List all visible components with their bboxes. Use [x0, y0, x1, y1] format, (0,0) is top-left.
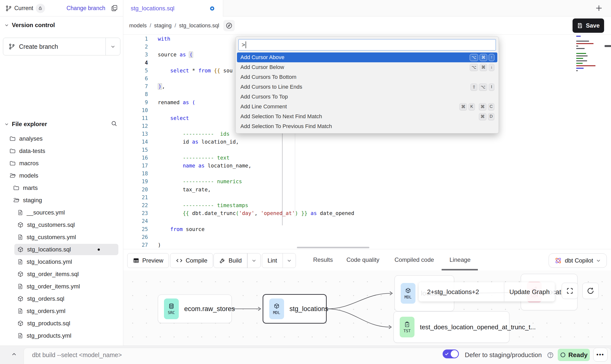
save-button[interactable]: Save	[573, 18, 604, 33]
code-line-19: 19 ---------- numerics	[123, 178, 354, 185]
tree-item-macros[interactable]: macros	[0, 157, 123, 169]
tree-item-stg-locations-yml[interactable]: stg_locations.yml	[0, 256, 123, 268]
build-button[interactable]: Build	[214, 253, 261, 268]
change-branch-link[interactable]: Change branch	[67, 0, 105, 17]
chevron-up-icon[interactable]	[11, 351, 17, 358]
search-icon[interactable]	[111, 120, 118, 127]
chevron-down-icon	[4, 122, 9, 126]
lineage-node-source[interactable]: SRC ecom.raw_stores	[158, 295, 232, 323]
code-line-21: 21	[123, 194, 354, 201]
palette-item-add-cursors-to-bottom[interactable]: Add Cursors To Bottom	[237, 72, 497, 82]
tree-item-stg-customers-sql[interactable]: stg_customers.sql	[0, 219, 123, 231]
code-line-20: 20 tax_rate,	[123, 186, 354, 194]
palette-item-add-line-comment[interactable]: Add Line Comment⌘K⌘C	[237, 102, 497, 112]
tree-item-label: stg_products.yml	[27, 332, 71, 339]
lineage-node-test[interactable]: TST test_does_location_opened_at_trunc_t…	[394, 311, 509, 343]
editor-action-bar: Preview Compile Build Lin	[123, 249, 611, 270]
palette-item-add-cursors-to-line-ends[interactable]: Add Cursors to Line Ends⇧⌥I	[237, 82, 497, 92]
folder-open-icon	[13, 197, 19, 203]
tree-item-label: stg_order_items.yml	[27, 283, 80, 290]
current-branch[interactable]: Current	[5, 0, 45, 17]
update-graph-button[interactable]: Update Graph	[504, 282, 555, 301]
command-palette: > Add Cursor Above⌥⌘↑Add Cursor Below⌥⌘↓…	[235, 36, 499, 133]
command-palette-input[interactable]: >	[238, 39, 496, 50]
tab-stg-locations[interactable]: stg_locations.sql	[123, 0, 223, 17]
preview-button[interactable]: Preview	[127, 253, 169, 268]
tab-compiled-code[interactable]: Compiled code	[395, 249, 434, 270]
code-line-18: 18	[123, 170, 354, 178]
tree-item-label: macros	[19, 160, 39, 167]
minimap[interactable]	[576, 36, 603, 73]
copy-icon[interactable]	[111, 4, 118, 12]
tree-item-label: stg_customers.sql	[27, 221, 75, 228]
lineage-search-overlay: 2+stg_locations+2 Update Graph	[419, 282, 555, 301]
code-line-22: 22 ---------- timestamps	[123, 201, 354, 209]
help-icon[interactable]	[547, 352, 554, 359]
tree-item-label: __sources.yml	[27, 209, 65, 216]
tree-item-stg-locations-sql[interactable]: stg_locations.sql	[0, 243, 123, 256]
tree-item--sources-yml[interactable]: __sources.yml	[0, 206, 123, 219]
tree-item-stg-products-sql[interactable]: stg_products.sql	[0, 317, 123, 330]
lint-dropdown[interactable]	[283, 253, 296, 268]
folder-open-icon	[9, 172, 16, 179]
tab-code-quality[interactable]: Code quality	[346, 249, 379, 270]
dbt-command-input[interactable]: dbt build --select <model_name>	[32, 346, 122, 364]
lineage-node-stg-locations[interactable]: MDL stg_locations	[263, 294, 327, 324]
build-dropdown[interactable]	[248, 253, 260, 268]
model-badge: MDL	[401, 283, 415, 304]
palette-item-add-selection-to-next-find-match[interactable]: Add Selection To Next Find Match⌘D	[237, 112, 497, 121]
create-branch-dropdown[interactable]	[106, 38, 120, 55]
breadcrumb-models[interactable]: models	[129, 22, 147, 29]
palette-item-add-cursor-below[interactable]: Add Cursor Below⌥⌘↓	[237, 62, 497, 72]
breadcrumb-bar: models / staging / stg_locations.sql Sav…	[123, 17, 611, 35]
create-branch-button[interactable]: Create branch	[3, 38, 120, 55]
more-options-button[interactable]: •••	[593, 348, 608, 362]
defer-toggle[interactable]	[443, 349, 459, 358]
fullscreen-button[interactable]	[562, 283, 578, 299]
tree-item-label: staging	[23, 197, 42, 204]
compile-button[interactable]: Compile	[170, 253, 213, 268]
tree-item-stg-order-items-yml[interactable]: stg_order_items.yml	[0, 280, 123, 293]
new-tab-button[interactable]	[594, 3, 604, 13]
node-label: test_does_location_opened_at_trunc_t...	[420, 323, 536, 331]
tab-results[interactable]: Results	[313, 249, 333, 270]
tree-item-stg-products-yml[interactable]: stg_products.yml	[0, 330, 123, 342]
breadcrumb-staging[interactable]: staging	[154, 22, 172, 29]
refresh-button[interactable]	[582, 283, 599, 299]
compass-icon[interactable]	[223, 20, 235, 31]
lint-button[interactable]: Lint	[262, 253, 296, 268]
model-icon	[17, 320, 24, 327]
tree-item-stg-orders-sql[interactable]: stg_orders.sql	[0, 293, 123, 305]
tree-item-staging[interactable]: staging	[0, 194, 123, 206]
test-badge: TST	[400, 317, 414, 337]
active-tab-underline	[442, 269, 478, 270]
file-icon	[17, 259, 23, 265]
tree-item-marts[interactable]: marts	[0, 182, 123, 194]
shortcut-keys: ⌥⌘↑	[470, 54, 494, 61]
horizontal-scrollbar-thumb[interactable]	[297, 247, 369, 248]
tree-item-stg-orders-yml[interactable]: stg_orders.yml	[0, 305, 123, 317]
file-explorer-header[interactable]: File explorer	[4, 121, 47, 128]
version-control-header[interactable]: Version control	[4, 22, 55, 29]
lineage-selector-input[interactable]: 2+stg_locations+2	[419, 282, 504, 301]
breadcrumb: models / staging / stg_locations.sql	[129, 17, 219, 35]
check-icon	[445, 352, 449, 356]
tab-lineage[interactable]: Lineage	[449, 249, 470, 270]
tree-item-analyses[interactable]: analyses	[0, 132, 123, 145]
tree-item-models[interactable]: models	[0, 169, 123, 182]
shortcut-keys: ⌘C	[479, 103, 494, 110]
palette-item-add-cursor-above[interactable]: Add Cursor Above⌥⌘↑	[237, 52, 497, 62]
palette-item-add-selection-to-previous-find-match[interactable]: Add Selection To Previous Find Match	[237, 121, 497, 131]
unsaved-indicator	[210, 6, 214, 11]
dbt-copilot-button[interactable]: dbt Copilot	[549, 253, 607, 268]
lineage-canvas[interactable]: SRC ecom.raw_stores MDL stg_locations MD…	[123, 270, 611, 346]
model-icon	[17, 296, 24, 302]
palette-item-add-cursors-to-top[interactable]: Add Cursors To Top	[237, 92, 497, 102]
save-icon	[577, 23, 583, 29]
branch-name: Current	[14, 5, 33, 12]
scrollbar-thumb[interactable]	[605, 45, 611, 47]
tree-item-stg-order-items-sql[interactable]: stg_order_items.sql	[0, 268, 123, 280]
tree-item-stg-customers-yml[interactable]: stg_customers.yml	[0, 231, 123, 243]
code-line-23: 23 {{ dbt.date_trunc('day', 'opened_at')…	[123, 209, 354, 217]
tree-item-data-tests[interactable]: data-tests	[0, 145, 123, 157]
